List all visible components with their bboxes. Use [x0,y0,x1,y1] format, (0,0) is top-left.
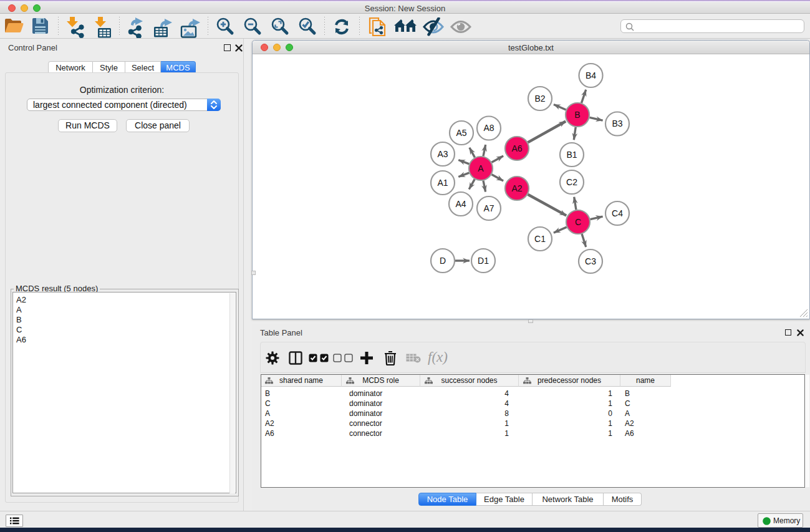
svg-text:B4: B4 [586,70,596,80]
svg-text:D: D [440,256,446,266]
svg-text:C1: C1 [534,234,546,244]
svg-text:A1: A1 [437,178,448,188]
svg-text:C2: C2 [566,177,577,187]
svg-text:A8: A8 [483,123,494,133]
svg-text:A3: A3 [437,149,448,159]
svg-text:C4: C4 [612,208,623,218]
svg-text:B3: B3 [612,118,622,128]
svg-text:A7: A7 [483,203,494,213]
svg-text:B: B [574,110,580,120]
svg-text:C3: C3 [585,256,596,266]
svg-text:A6: A6 [511,143,522,153]
svg-text:A5: A5 [456,128,466,138]
svg-text:B1: B1 [566,150,577,160]
svg-text:A2: A2 [511,183,522,193]
svg-text:B2: B2 [534,94,545,104]
svg-text:A: A [478,163,484,173]
svg-text:D1: D1 [478,256,489,266]
svg-text:A4: A4 [455,199,466,209]
svg-text:C: C [575,217,581,227]
